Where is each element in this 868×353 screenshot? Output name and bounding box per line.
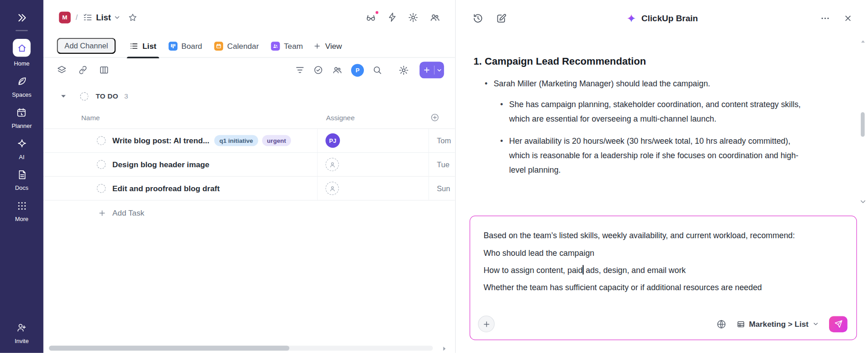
- search-icon[interactable]: [372, 65, 382, 75]
- scroll-down-chevron-icon[interactable]: [859, 198, 867, 206]
- tab-label: List: [143, 42, 157, 51]
- new-chat-compose-icon[interactable]: [496, 13, 507, 24]
- docs-icon: [15, 168, 29, 181]
- add-view-button[interactable]: View: [314, 42, 342, 51]
- notification-dot: [375, 10, 379, 14]
- send-button[interactable]: [829, 316, 848, 332]
- add-channel-button[interactable]: Add Channel: [57, 38, 115, 54]
- tab-team[interactable]: Team: [265, 34, 309, 58]
- group-task-count: 3: [124, 92, 129, 100]
- lightning-icon[interactable]: [387, 12, 397, 22]
- members-icon[interactable]: [429, 12, 441, 22]
- assignees-icon[interactable]: [332, 65, 343, 75]
- assignee-avatar[interactable]: PJ: [325, 133, 340, 148]
- due-date-cell[interactable]: Sun: [429, 177, 455, 200]
- sidebar-item-more[interactable]: More: [15, 199, 29, 222]
- filter-icon[interactable]: [295, 65, 305, 75]
- web-search-globe-icon[interactable]: [716, 319, 726, 329]
- more-options-icon[interactable]: [820, 14, 830, 24]
- brain-prompt-input[interactable]: Based on the team’s listed skills, weekl…: [470, 216, 857, 340]
- column-header-assignee[interactable]: Assignee: [317, 113, 355, 121]
- sidebar-item-home[interactable]: Home: [13, 39, 30, 66]
- sidebar-item-spaces[interactable]: Spaces: [12, 75, 31, 98]
- close-icon[interactable]: [844, 14, 853, 23]
- due-date-cell[interactable]: Tue: [429, 153, 455, 176]
- ai-icon: [15, 136, 29, 150]
- response-bullet: Sarah Miller (Marketing Manager) should …: [485, 76, 829, 90]
- scrollbar-thumb[interactable]: [49, 346, 289, 351]
- favorite-star-icon[interactable]: [128, 13, 138, 22]
- empty-assignee-icon[interactable]: [325, 182, 339, 195]
- user-filter-avatar[interactable]: P: [351, 64, 364, 76]
- vertical-scrollbar[interactable]: [860, 39, 866, 206]
- due-date-cell[interactable]: Tom: [429, 129, 455, 152]
- sidebar-item-label: Invite: [15, 337, 29, 344]
- group-status-label[interactable]: TO DO: [95, 92, 118, 100]
- task-status-icon[interactable]: [97, 136, 106, 145]
- workspace-avatar[interactable]: M: [59, 11, 71, 23]
- task-name-cell: Write blog post: AI trend... q1 initiati…: [43, 129, 317, 152]
- page-title[interactable]: List: [96, 13, 111, 22]
- closed-tasks-icon[interactable]: [313, 65, 323, 75]
- assignee-cell[interactable]: [317, 153, 429, 176]
- input-footer-right: Marketing > List: [716, 316, 847, 332]
- task-row[interactable]: Design blog header image Tue: [43, 153, 455, 177]
- sidebar-item-docs[interactable]: Docs: [15, 168, 29, 191]
- input-footer: Marketing > List: [483, 315, 847, 332]
- task-row[interactable]: Write blog post: AI trend... q1 initiati…: [43, 129, 455, 153]
- status-group-header: TO DO 3: [43, 85, 455, 107]
- add-column-icon[interactable]: [430, 113, 439, 122]
- header-actions: [365, 12, 441, 22]
- task-name[interactable]: Design blog header image: [112, 160, 209, 169]
- glasses-icon[interactable]: [365, 12, 377, 22]
- horizontal-scrollbar[interactable]: [49, 346, 433, 351]
- sidebar-divider: [15, 30, 28, 31]
- attach-plus-button[interactable]: [478, 315, 495, 332]
- task-status-icon[interactable]: [97, 184, 106, 193]
- tag-urgent[interactable]: urgent: [262, 135, 291, 146]
- tab-label: Board: [181, 42, 202, 51]
- prompt-line: How to assign content, paid ads, design,…: [483, 262, 847, 279]
- group-by-layers-icon[interactable]: [57, 65, 67, 75]
- column-header-name[interactable]: Name: [43, 113, 317, 121]
- context-selector[interactable]: Marketing > List: [737, 320, 819, 329]
- scrollbar-thumb[interactable]: [861, 112, 865, 136]
- scroll-right-arrow-icon[interactable]: [441, 346, 448, 352]
- history-icon[interactable]: [472, 13, 484, 24]
- brain-title: ClickUp Brain: [641, 14, 698, 24]
- todo-status-icon[interactable]: [80, 92, 88, 100]
- columns-icon[interactable]: [99, 65, 109, 75]
- group-collapse-chevron-icon[interactable]: [60, 93, 67, 99]
- assignee-cell[interactable]: [317, 177, 429, 200]
- sidebar-item-planner[interactable]: Planner: [12, 106, 32, 129]
- team-view-icon: [271, 42, 280, 51]
- brain-header-left: [472, 13, 507, 24]
- prompt-line: Whether the team has sufficient capacity…: [483, 279, 847, 296]
- link-icon[interactable]: [78, 65, 88, 75]
- brain-header-right: [820, 14, 852, 24]
- task-name-cell: Edit and proofread blog draft: [43, 177, 317, 200]
- tab-list[interactable]: List: [124, 34, 162, 58]
- task-row[interactable]: Edit and proofread blog draft Sun: [43, 177, 455, 201]
- board-view-icon: [168, 42, 177, 51]
- sidebar-item-ai[interactable]: AI: [15, 136, 29, 160]
- sidebar-item-invite[interactable]: Invite: [15, 320, 29, 344]
- empty-assignee-icon[interactable]: [325, 158, 339, 171]
- task-name[interactable]: Write blog post: AI trend...: [112, 136, 209, 145]
- view-settings-gear-icon[interactable]: [398, 65, 409, 75]
- assignee-cell[interactable]: PJ: [317, 129, 429, 152]
- list-view-icon: [130, 42, 139, 51]
- scroll-up-arrow-icon[interactable]: [860, 39, 866, 44]
- bullet-text: Sarah Miller (Marketing Manager) should …: [494, 76, 711, 90]
- expand-sidebar-icon[interactable]: [16, 12, 28, 24]
- task-status-icon[interactable]: [97, 160, 106, 169]
- chevron-down-icon[interactable]: [114, 14, 121, 21]
- brain-response: 1. Campaign Lead Recommendation Sarah Mi…: [456, 37, 868, 177]
- task-name[interactable]: Edit and proofread blog draft: [112, 184, 219, 193]
- tab-board[interactable]: Board: [162, 34, 208, 58]
- add-task-button[interactable]: Add Task: [43, 201, 455, 225]
- settings-gear-icon[interactable]: [408, 12, 418, 22]
- add-task-split-button[interactable]: [420, 61, 444, 78]
- tab-calendar[interactable]: Calendar: [208, 34, 265, 58]
- tag-q1-initiative[interactable]: q1 initiative: [215, 135, 258, 146]
